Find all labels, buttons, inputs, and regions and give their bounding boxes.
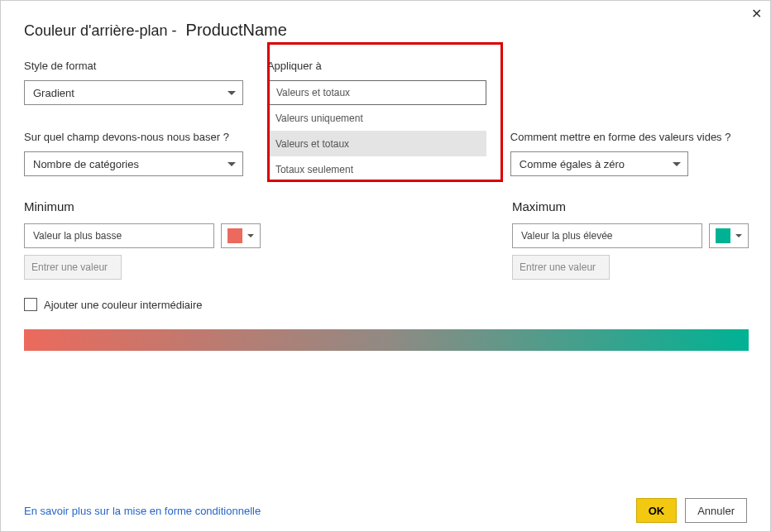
maximum-color-swatch — [716, 228, 730, 243]
maximum-placeholder: Entrer une valeur — [520, 261, 596, 273]
gradient-preview — [24, 329, 749, 351]
cancel-button[interactable]: Annuler — [685, 498, 747, 523]
minimum-value-input[interactable]: Entrer une valeur — [24, 255, 122, 280]
dialog-title: Couleur d'arrière-plan - ProductName — [24, 21, 747, 40]
apply-to-value: Valeurs et totaux — [276, 87, 350, 98]
close-icon[interactable]: ✕ — [751, 6, 762, 22]
chevron-down-icon — [227, 91, 236, 95]
chevron-down-icon — [227, 162, 236, 166]
intermediate-color-label: Ajouter une couleur intermédiaire — [44, 299, 203, 311]
format-style-value: Gradient — [33, 87, 74, 99]
base-field-select[interactable]: Nombre de catégories — [24, 151, 243, 176]
maximum-value-text: Valeur la plus élevée — [521, 230, 613, 242]
base-field-value: Nombre de catégories — [33, 158, 139, 170]
chevron-down-icon — [673, 162, 681, 166]
ok-button[interactable]: OK — [636, 498, 678, 523]
format-style-select[interactable]: Gradient — [24, 80, 243, 105]
apply-to-label: Appliquer à — [267, 60, 510, 72]
minimum-color-picker[interactable] — [221, 223, 261, 248]
maximum-color-picker[interactable] — [709, 223, 749, 248]
learn-more-link[interactable]: En savoir plus sur la mise en forme cond… — [24, 505, 261, 517]
apply-to-option-values-only[interactable]: Valeurs uniquement — [267, 105, 486, 131]
maximum-select[interactable]: Valeur la plus élevée — [512, 223, 702, 248]
minimum-placeholder: Entrer une valeur — [31, 261, 108, 273]
minimum-select[interactable]: Valeur la plus basse — [24, 223, 214, 248]
maximum-label: Maximum — [512, 199, 749, 213]
format-style-label: Style de format — [24, 60, 267, 72]
title-product: ProductName — [186, 21, 287, 39]
empty-values-select[interactable]: Comme égales à zéro — [510, 151, 688, 176]
chevron-down-icon — [735, 234, 742, 237]
minimum-value-text: Valeur la plus basse — [33, 230, 122, 242]
minimum-label: Minimum — [24, 199, 261, 213]
title-prefix: Couleur d'arrière-plan - — [24, 22, 177, 39]
empty-values-label: Comment mettre en forme des valeurs vide… — [510, 131, 747, 143]
apply-to-select[interactable]: Valeurs et totaux — [267, 80, 486, 105]
chevron-down-icon — [247, 234, 254, 237]
maximum-value-input[interactable]: Entrer une valeur — [512, 255, 610, 280]
minimum-color-swatch — [227, 228, 242, 243]
intermediate-color-checkbox[interactable] — [24, 298, 37, 311]
base-field-label: Sur quel champ devons-nous nous baser ? — [24, 131, 267, 143]
empty-values-value: Comme égales à zéro — [520, 158, 625, 170]
